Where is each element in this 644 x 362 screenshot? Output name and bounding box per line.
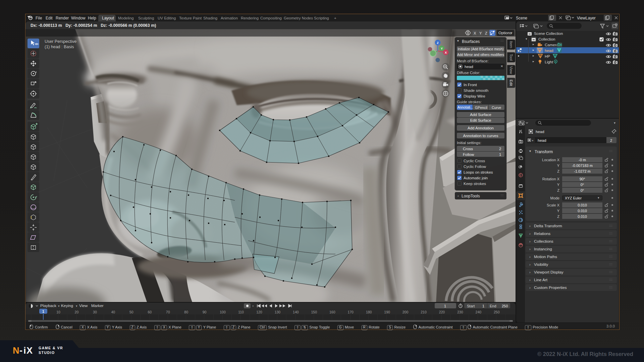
svg-text:GAME & VR: GAME & VR <box>39 346 63 350</box>
svg-text:i: i <box>23 346 26 355</box>
svg-text:N: N <box>13 346 19 355</box>
svg-text:X: X <box>445 51 447 54</box>
svg-text:STUDIO: STUDIO <box>39 351 55 355</box>
svg-text:-: - <box>19 346 22 355</box>
svg-text:X: X <box>26 346 33 355</box>
svg-text:Y: Y <box>441 47 443 50</box>
svg-text:Z: Z <box>437 41 439 45</box>
